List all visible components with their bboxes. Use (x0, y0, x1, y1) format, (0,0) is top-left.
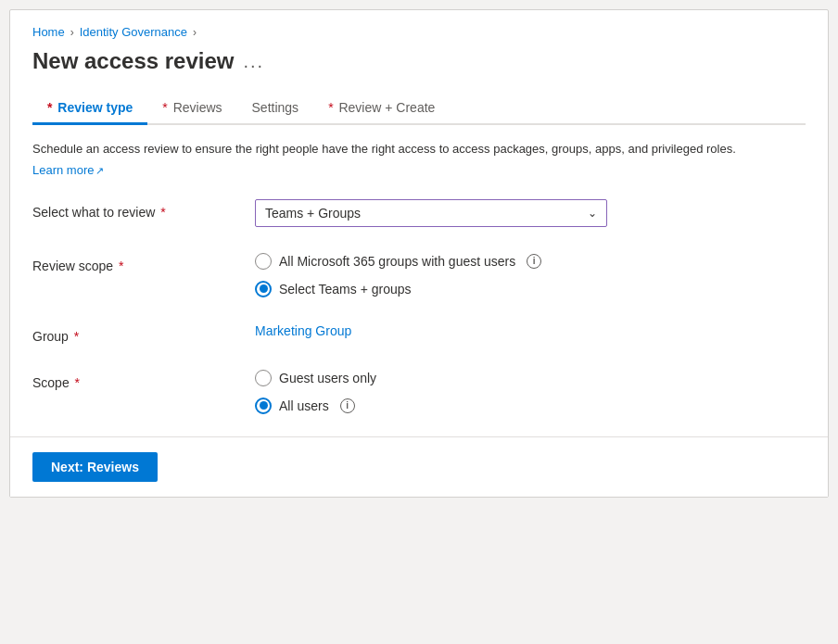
scope-row: Scope * Guest users only All users i (32, 370, 806, 414)
scope-required-star: * (71, 375, 80, 390)
review-scope-required-star: * (115, 259, 123, 273)
next-reviews-button[interactable]: Next: Reviews (32, 452, 158, 482)
learn-more-link[interactable]: Learn more↗ (32, 163, 104, 177)
tab-reviews-label: Reviews (173, 100, 222, 115)
tab-settings[interactable]: Settings (237, 93, 314, 125)
select-review-label: Select what to review * (32, 199, 236, 220)
scope-option-all-users[interactable]: All users i (255, 398, 806, 414)
review-scope-row: Review scope * All Microsoft 365 groups … (32, 253, 806, 297)
scope-control: Guest users only All users i (255, 370, 806, 414)
review-scope-radio-group: All Microsoft 365 groups with guest user… (255, 253, 806, 297)
group-control: Marketing Group (255, 323, 806, 338)
breadcrumb-separator-2: › (193, 26, 197, 39)
tab-review-create-star: * (328, 100, 333, 115)
page-title: New access review (32, 48, 235, 74)
review-scope-option-select-teams[interactable]: Select Teams + groups (255, 281, 806, 297)
review-scope-label: Review scope * (32, 253, 236, 273)
learn-more-label: Learn more (32, 163, 94, 177)
breadcrumb-identity-governance[interactable]: Identity Governance (80, 25, 187, 39)
group-row: Group * Marketing Group (32, 323, 806, 344)
scope-radio-group: Guest users only All users i (255, 370, 806, 414)
breadcrumb: Home › Identity Governance › (32, 25, 806, 39)
group-label: Group * (32, 323, 236, 344)
select-review-value: Teams + Groups (265, 206, 361, 221)
review-scope-radio-all-m365[interactable] (255, 253, 272, 270)
form-section: Select what to review * Teams + Groups ⌄… (32, 199, 806, 414)
group-link[interactable]: Marketing Group (255, 323, 351, 338)
footer: Next: Reviews (10, 436, 828, 497)
select-review-required-star: * (157, 205, 165, 220)
scope-radio-guest-only[interactable] (255, 370, 272, 386)
page-title-row: New access review ... (32, 48, 806, 74)
description-text: Schedule an access review to ensure the … (32, 140, 806, 158)
review-scope-control: All Microsoft 365 groups with guest user… (255, 253, 806, 297)
tab-reviews-star: * (162, 100, 167, 115)
tab-review-create[interactable]: * Review + Create (313, 93, 450, 125)
group-required-star: * (70, 329, 79, 344)
scope-label-guest-only: Guest users only (279, 371, 376, 385)
scope-radio-all-users[interactable] (255, 398, 272, 414)
review-scope-label-all-m365: All Microsoft 365 groups with guest user… (279, 254, 515, 269)
scope-label: Scope * (32, 370, 236, 390)
external-link-icon: ↗ (95, 165, 104, 176)
select-review-dropdown[interactable]: Teams + Groups ⌄ (255, 199, 607, 227)
tab-review-type-label: Review type (57, 100, 133, 115)
tab-reviews[interactable]: * Reviews (147, 93, 236, 125)
tab-review-create-label: Review + Create (338, 100, 435, 115)
tab-settings-label: Settings (252, 100, 299, 115)
all-m365-info-icon[interactable]: i (527, 254, 541, 269)
breadcrumb-separator-1: › (70, 26, 74, 39)
tab-review-type[interactable]: * Review type (32, 93, 147, 125)
select-review-row: Select what to review * Teams + Groups ⌄ (32, 199, 806, 227)
review-scope-option-all-m365[interactable]: All Microsoft 365 groups with guest user… (255, 253, 806, 270)
select-review-control: Teams + Groups ⌄ (255, 199, 806, 227)
scope-option-guest-only[interactable]: Guest users only (255, 370, 806, 386)
dropdown-chevron-icon: ⌄ (588, 207, 597, 220)
tabs: * Review type * Reviews Settings * Revie… (32, 93, 806, 125)
all-users-info-icon[interactable]: i (340, 398, 355, 413)
page-wrapper: Home › Identity Governance › New access … (9, 9, 829, 498)
review-scope-radio-select-teams[interactable] (255, 281, 272, 297)
review-scope-label-select-teams: Select Teams + groups (279, 282, 412, 297)
tab-review-type-star: * (47, 100, 52, 115)
breadcrumb-home[interactable]: Home (32, 25, 65, 39)
page-title-ellipsis-button[interactable]: ... (244, 51, 265, 72)
scope-label-all-users: All users (279, 398, 329, 413)
main-content: Home › Identity Governance › New access … (10, 10, 828, 436)
